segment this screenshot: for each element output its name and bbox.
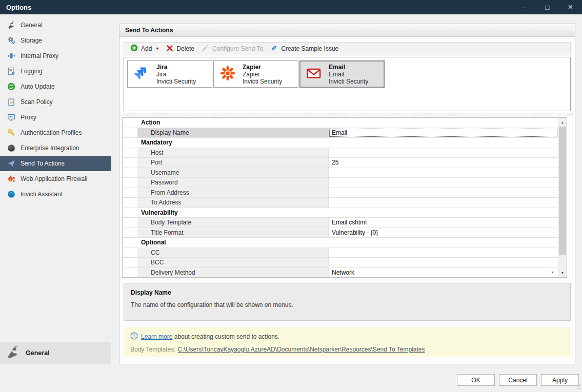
property-value-input[interactable] [329, 188, 558, 198]
learn-more-text: about creating custom send to actions. [172, 333, 279, 340]
action-card-vendor: Invicti Security [243, 78, 282, 85]
property-value-dropdown[interactable]: Network ▼ [329, 268, 558, 278]
create-sample-issue-label: Create Sample Issue [281, 45, 338, 52]
titlebar: Options – □ × [0, 0, 582, 14]
property-value-input[interactable] [329, 258, 558, 267]
sidebar-item-label: Proxy [21, 114, 36, 121]
monitor-icon [7, 113, 15, 122]
sidebar-item-authentication-profiles[interactable]: Authentication Profiles [0, 125, 111, 140]
scroll-down-icon[interactable]: ▼ [558, 269, 567, 277]
body-templates-label: Body Templates: [130, 346, 176, 353]
scroll-up-icon[interactable]: ▲ [558, 118, 567, 127]
clipboard-icon [7, 98, 15, 107]
grid-scrollbar[interactable]: ▲ ▼ [558, 118, 567, 277]
section-row-vulnerability[interactable]: Vulnerability [123, 208, 558, 218]
configure-send-to-button[interactable]: Configure Send To [198, 43, 267, 54]
property-grid-rows: Action Display Name Email Mandatory Host… [123, 118, 558, 278]
add-button[interactable]: Add [127, 43, 163, 54]
dropdown-arrow-icon: ▼ [551, 271, 554, 274]
sidebar-item-proxy[interactable]: Proxy [0, 110, 111, 125]
property-label: From Address [137, 188, 329, 198]
property-value-input[interactable]: Email.cshtml [329, 218, 558, 228]
property-grid: Action Display Name Email Mandatory Host… [122, 117, 567, 278]
log-document-icon [7, 67, 15, 76]
maximize-button[interactable]: □ [536, 0, 559, 14]
apply-button[interactable]: Apply [541, 374, 579, 386]
property-value-input[interactable]: Email [329, 128, 558, 138]
property-row-title-format[interactable]: Title Format Vulnerability - {0} [123, 228, 558, 238]
row-gutter [123, 218, 137, 228]
options-dialog: { "window": { "title": "Options", "contr… [0, 0, 582, 392]
sidebar-item-label: Web Application Firewall [21, 175, 88, 182]
property-row-host[interactable]: Host [123, 148, 558, 158]
action-card-jira[interactable]: Jira Jira Invicti Security [127, 60, 212, 88]
sidebar-footer-category: General [0, 342, 111, 364]
delete-button[interactable]: Delete [163, 43, 198, 54]
action-card-zapier[interactable]: Zapier Zapier Invicti Security [213, 60, 298, 88]
sidebar-footer-label: General [26, 349, 50, 357]
sidebar-item-enterprise-integration[interactable]: Enterprise Integration [0, 140, 111, 156]
property-row-from-address[interactable]: From Address [123, 188, 558, 198]
cancel-button[interactable]: Cancel [499, 374, 537, 386]
close-button[interactable]: × [559, 0, 582, 14]
minimize-button[interactable]: – [513, 0, 536, 14]
row-gutter [123, 188, 137, 198]
sidebar-item-general[interactable]: General [0, 17, 111, 33]
section-row-mandatory[interactable]: Mandatory [123, 138, 558, 148]
panel-title: Send To Actions [125, 27, 173, 34]
property-value-input[interactable] [329, 148, 558, 158]
action-card-vendor: Invicti Security [329, 78, 368, 85]
sidebar-item-send-to-actions[interactable]: Send To Actions [0, 156, 111, 171]
send-to-action-list: Jira Jira Invicti Security [124, 57, 571, 111]
property-value-input[interactable]: Vulnerability - {0} [329, 228, 558, 238]
dropdown-selected-value: Network [332, 269, 354, 276]
property-row-password[interactable]: Password [123, 178, 558, 188]
property-label: Delivery Method [137, 268, 329, 278]
section-label: Vulnerability [141, 209, 178, 216]
body-templates-path-link[interactable]: C:\Users\TuncayKayaoglu.AzureAD\Document… [178, 346, 425, 353]
property-value-input[interactable] [329, 168, 558, 178]
sidebar-item-internal-proxy[interactable]: Internal Proxy [0, 48, 111, 64]
sidebar-item-web-application-firewall[interactable]: Web Application Firewall [0, 171, 111, 187]
sidebar-item-auto-update[interactable]: Auto Update [0, 79, 111, 94]
property-value-input[interactable]: 25 [329, 158, 558, 168]
section-row-optional[interactable]: Optional [123, 238, 558, 248]
description-title: Display Name [131, 289, 564, 296]
property-row-delivery-method[interactable]: Delivery Method Network ▼ [123, 268, 558, 278]
property-label: Password [137, 178, 329, 188]
add-plus-icon [130, 44, 138, 53]
property-value-input[interactable] [329, 248, 558, 258]
splitter-handle[interactable] [121, 113, 574, 116]
learn-more-link[interactable]: Learn more [141, 333, 172, 340]
property-row-username[interactable]: Username [123, 168, 558, 178]
internal-proxy-icon [7, 52, 15, 60]
property-row-display-name[interactable]: Display Name Email [123, 128, 558, 138]
resize-grip[interactable] [575, 384, 581, 391]
sidebar-item-scan-policy[interactable]: Scan Policy [0, 94, 111, 110]
property-row-body-template[interactable]: Body Template Email.cshtml [123, 218, 558, 228]
wrench-icon [7, 21, 15, 30]
key-icon [7, 129, 15, 137]
sidebar-item-storage[interactable]: Storage [0, 33, 111, 48]
action-card-email[interactable]: Email Email Invicti Security [299, 60, 385, 88]
ok-button[interactable]: OK [457, 374, 495, 386]
delete-button-label: Delete [176, 45, 194, 52]
section-row-action[interactable]: Action [123, 118, 558, 128]
sidebar-item-label: Send To Actions [21, 160, 65, 167]
property-row-to-address[interactable]: To Address [123, 198, 558, 208]
sphere-icon [7, 144, 15, 153]
property-value-input[interactable] [329, 178, 558, 188]
info-bar: Learn more about creating custom send to… [124, 327, 571, 357]
property-row-port[interactable]: Port 25 [123, 158, 558, 168]
sidebar-item-label: Internal Proxy [21, 52, 58, 59]
row-gutter [123, 198, 137, 208]
sidebar-item-logging[interactable]: Logging [0, 64, 111, 79]
sidebar-item-invicti-assistant[interactable]: Invicti Assistant [0, 187, 111, 202]
scrollbar-thumb[interactable] [559, 127, 566, 255]
sidebar-item-label: Authentication Profiles [21, 129, 82, 136]
description-text: The name of the configuration that will … [131, 301, 564, 308]
property-row-bcc[interactable]: BCC [123, 258, 558, 268]
property-row-cc[interactable]: CC [123, 248, 558, 258]
create-sample-issue-button[interactable]: Create Sample Issue [267, 43, 342, 54]
property-value-input[interactable] [329, 198, 558, 208]
